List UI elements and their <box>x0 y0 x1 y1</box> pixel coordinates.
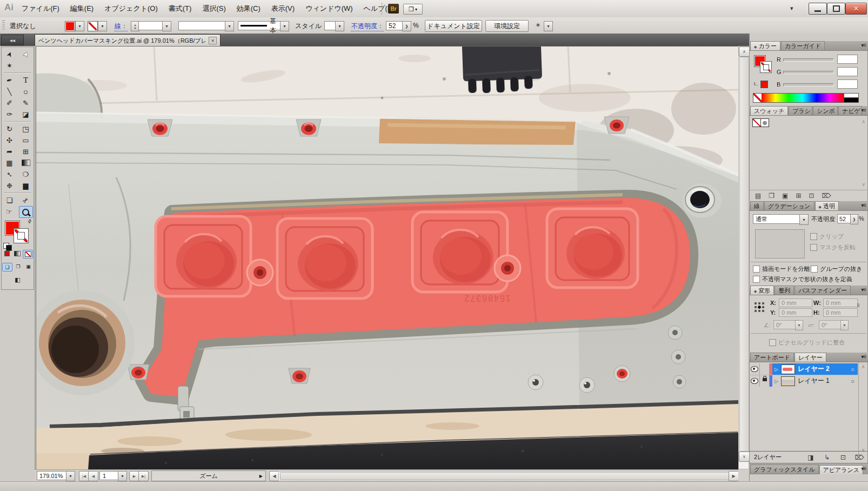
g-value-field[interactable] <box>837 67 858 76</box>
status-display[interactable]: ズーム ▶ <box>151 470 266 481</box>
free-transform-tool[interactable]: ▭ <box>19 135 32 145</box>
layers-scrollbar[interactable]: ∧ ∨ <box>858 362 867 454</box>
x-field[interactable]: 0 mm <box>779 298 812 307</box>
titlebar-chevron-icon[interactable]: ▾ <box>790 5 793 12</box>
panel-menu-icon[interactable]: ▾≡ <box>861 466 866 472</box>
toolbox-collapse-button[interactable]: ◂◂ <box>1 35 24 45</box>
menu-type[interactable]: 書式(T) <box>163 0 197 17</box>
tab-artboards[interactable]: アートボード <box>750 353 794 362</box>
panel-menu-icon[interactable]: ▾≡ <box>861 107 866 113</box>
tab-stroke[interactable]: 線 <box>750 201 764 210</box>
invert-mask-checkbox-row[interactable]: マスクを反転 <box>810 243 856 251</box>
eraser-tool[interactable]: ◪ <box>19 109 32 120</box>
new-color-group-button[interactable]: ⊞ <box>796 192 801 200</box>
new-swatch-button[interactable]: ⊡ <box>809 192 814 200</box>
vertical-scroll-thumb[interactable] <box>739 57 749 452</box>
variable-width-profile-field[interactable]: 基本 <box>238 21 285 30</box>
layer-selected-area[interactable]: ▷ レイヤー 2 ○ <box>772 363 858 375</box>
g-slider[interactable] <box>783 71 834 74</box>
tab-close-icon[interactable]: ✕ <box>209 37 217 44</box>
document-setup-button[interactable]: ドキュメント設定 <box>425 20 482 32</box>
target-circle-icon[interactable]: ○ <box>851 366 854 373</box>
minimize-button[interactable] <box>809 3 827 15</box>
brush-definition-field[interactable] <box>178 21 226 30</box>
artboard-tool[interactable]: ❏ <box>3 195 16 205</box>
knockout-group-row[interactable]: グループの抜き <box>811 265 862 273</box>
type-tool[interactable]: T <box>19 75 32 85</box>
width-profile-dropdown[interactable]: ▾ <box>280 21 289 31</box>
tab-align[interactable]: 整列 <box>774 286 794 295</box>
isolate-blending-row[interactable]: 描画モードを分離 <box>753 265 810 273</box>
opacity-spinner[interactable]: ❯ <box>402 21 411 31</box>
clip-checkbox-row[interactable]: クリップ <box>810 233 844 241</box>
artboard-number-dropdown[interactable]: ▾ <box>118 471 127 481</box>
previous-artboard-button[interactable]: ◀ <box>88 471 98 481</box>
rotate-angle-dropdown[interactable]: ▾ <box>795 320 803 330</box>
draw-behind-button[interactable]: ❐ <box>14 263 23 270</box>
scroll-down-button[interactable]: ∨ <box>739 452 750 462</box>
column-graph-tool[interactable]: ▆ <box>19 180 32 191</box>
delete-swatch-button[interactable]: ⌦ <box>822 192 831 200</box>
new-layer-button[interactable]: ⊡ <box>835 454 851 461</box>
tab-layers[interactable]: レイヤー <box>794 353 826 362</box>
stroke-color-swatch[interactable] <box>88 21 98 31</box>
maximize-button[interactable] <box>827 3 845 15</box>
stroke-weight-dropdown[interactable]: ▾ <box>162 21 171 31</box>
rotate-tool[interactable]: ↻ <box>3 123 16 134</box>
control-bar-grip[interactable] <box>2 20 5 31</box>
swatch-scroll-up-icon[interactable]: ∧ <box>862 119 865 124</box>
tab-transparency[interactable]: ◆ 透明 <box>815 201 839 210</box>
menu-view[interactable]: 表示(V) <box>266 0 300 17</box>
selection-tool[interactable]: ➤ <box>3 49 16 59</box>
swatch-kinds-button[interactable]: ❐ <box>769 192 774 200</box>
magic-wand-tool[interactable]: ✶ <box>3 60 16 71</box>
tab-appearance[interactable]: アピアランス <box>819 465 864 474</box>
reference-point-locator[interactable] <box>754 302 765 313</box>
fill-color-swatch[interactable] <box>65 21 75 31</box>
ellipse-tool[interactable]: ○ <box>19 86 32 97</box>
invert-mask-checkbox[interactable] <box>810 244 817 251</box>
layer-row-area[interactable]: ▷ レイヤー 1 ○ <box>772 375 858 387</box>
pen-tool[interactable]: ✒ <box>3 75 16 85</box>
make-clipping-mask-button[interactable]: ◨ <box>803 454 819 461</box>
zoom-level-dropdown[interactable]: ▾ <box>66 471 75 481</box>
opacity-spinner[interactable]: ❯ <box>850 214 858 224</box>
perspective-grid-tool[interactable]: ⊞ <box>19 146 32 157</box>
link-dimensions-icon[interactable]: ∞ <box>856 303 862 308</box>
status-display-menu-icon[interactable]: ▶ <box>259 474 263 479</box>
expand-triangle-icon[interactable]: ▷ <box>774 379 778 384</box>
blob-brush-tool[interactable]: ✑ <box>3 109 16 120</box>
h-field[interactable]: 0 mm <box>823 308 858 317</box>
swatch-scroll-down-icon[interactable]: ∨ <box>862 182 865 187</box>
swatch-libraries-button[interactable]: ▤ <box>755 192 761 200</box>
panel-menu-icon[interactable]: ▾≡ <box>861 287 866 293</box>
gradient-tool[interactable] <box>19 157 32 168</box>
horizontal-scrollbar[interactable] <box>278 471 739 481</box>
menu-file[interactable]: ファイル(F) <box>16 0 65 17</box>
last-artboard-button[interactable]: ▶| <box>138 471 149 481</box>
stroke-proxy[interactable] <box>760 61 772 73</box>
panel-menu-icon[interactable]: ▾≡ <box>861 42 866 48</box>
horizontal-scroll-thumb[interactable] <box>280 472 738 480</box>
r-value-field[interactable] <box>837 55 858 64</box>
eyedropper-tool[interactable]: ➴ <box>3 169 16 180</box>
tab-pathfinder[interactable]: パスファインダー <box>794 286 851 295</box>
fill-color-dropdown[interactable]: ▾ <box>75 21 84 31</box>
hand-tool[interactable]: ☞ <box>3 206 16 217</box>
arrange-documents-button[interactable]: ❒ ▾ <box>403 4 423 15</box>
delete-layer-button[interactable]: ⌦ <box>851 454 867 461</box>
b-slider[interactable] <box>783 83 834 87</box>
swatch-options-button[interactable]: ▣ <box>782 192 788 200</box>
opacity-mask-knockout-row[interactable]: 不透明マスクで形状の抜きを定義 <box>753 275 852 283</box>
vertical-scrollbar[interactable]: ∧ ∨ <box>738 46 749 469</box>
visibility-toggle[interactable] <box>750 375 760 387</box>
stroke-color-proxy[interactable] <box>14 228 29 243</box>
menu-window[interactable]: ウィンドウ(W) <box>300 0 358 17</box>
draw-inside-button[interactable]: ▣ <box>24 263 33 270</box>
tab-transform[interactable]: ◆ 変形 <box>750 286 774 295</box>
shape-builder-tool[interactable]: ➦ <box>3 146 16 157</box>
menu-effect[interactable]: 効果(C) <box>231 0 266 17</box>
blend-mode-select[interactable]: 通常 <box>753 214 803 224</box>
pencil-tool[interactable]: ✎ <box>19 97 32 108</box>
swatch-registration[interactable]: ⊕ <box>760 118 769 127</box>
